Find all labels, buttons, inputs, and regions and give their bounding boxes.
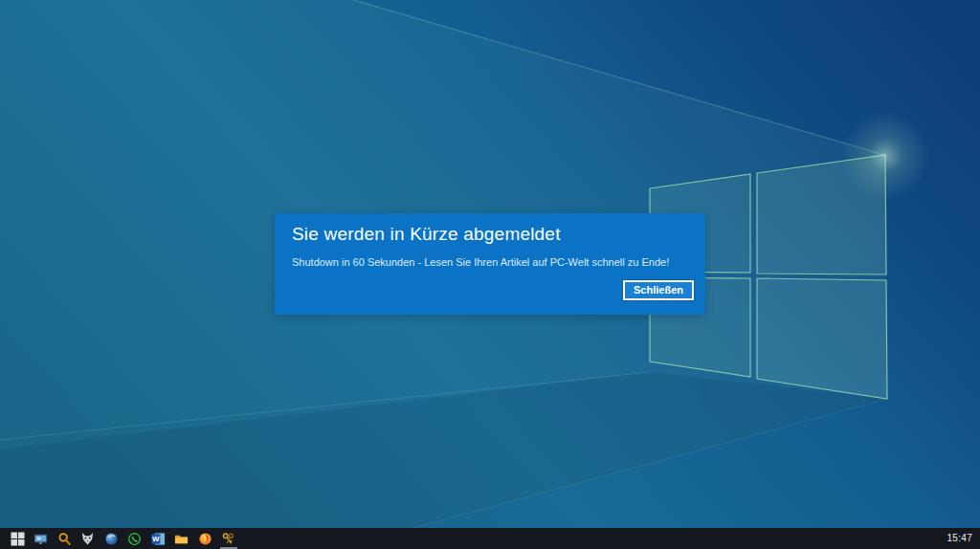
dialog-message: Shutdown in 60 Sekunden - Lesen Sie Ihre… [292, 256, 669, 268]
taskbar-item-display-app[interactable] [30, 528, 54, 549]
monitor-icon [33, 532, 48, 546]
keys-icon [221, 532, 235, 546]
taskbar-item-firefox[interactable] [193, 528, 217, 549]
taskbar-item-search-tool[interactable] [53, 528, 77, 549]
taskbar-item-word[interactable]: W [146, 528, 170, 549]
dialog-title: Sie werden in Kürze abgemeldet [292, 224, 561, 245]
firefox-icon [198, 532, 212, 546]
folder-icon [174, 532, 189, 546]
whatsapp-icon [127, 532, 142, 546]
taskbar: W [0, 528, 980, 549]
blue-sphere-icon [104, 532, 119, 546]
wolf-head-icon [80, 532, 95, 546]
windows-start-icon [11, 532, 25, 546]
orange-magnifier-icon [57, 532, 72, 546]
start-button[interactable] [6, 528, 30, 549]
taskbar-item-wolf-app[interactable] [77, 528, 100, 549]
taskbar-item-password-keys-app[interactable] [217, 528, 241, 549]
close-button[interactable]: Schließen [623, 280, 694, 300]
word-icon: W [151, 532, 166, 546]
taskbar-item-file-explorer[interactable] [170, 528, 194, 549]
taskbar-clock[interactable]: 15:47 [947, 528, 972, 549]
taskbar-item-whatsapp[interactable] [123, 528, 147, 549]
shutdown-notification-dialog: Sie werden in Kürze abgemeldet Shutdown … [275, 213, 705, 315]
taskbar-item-globe-app[interactable] [100, 528, 123, 549]
svg-text:W: W [152, 535, 160, 543]
